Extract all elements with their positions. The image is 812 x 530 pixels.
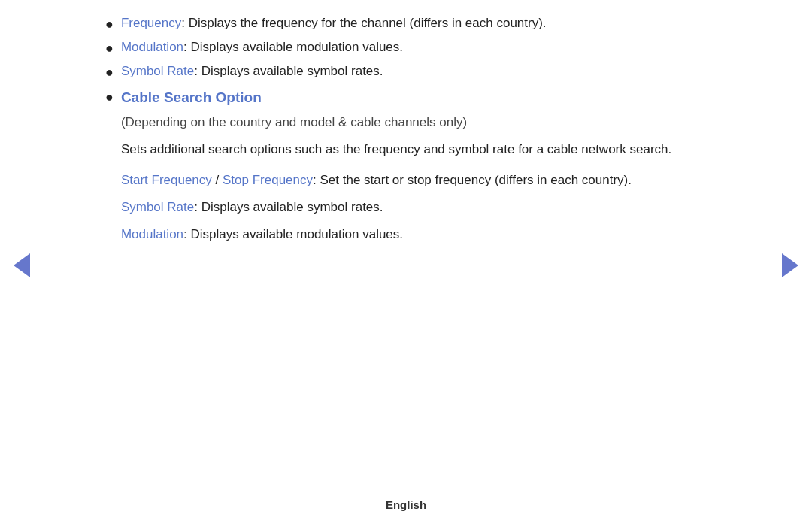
cable-section-item: ● Cable Search Option (Depending on the … (105, 86, 707, 253)
modulation-term: Modulation (121, 40, 183, 54)
cable-heading: Cable Search Option (121, 86, 671, 108)
bullet-icon: ● (105, 38, 114, 59)
cable-modulation-desc: : Displays available modulation values. (183, 227, 403, 241)
top-list: ● Frequency: Displays the frequency for … (105, 14, 707, 83)
symbol-rate-term: Symbol Rate (121, 64, 194, 78)
cable-modulation-line: Modulation: Displays available modulatio… (121, 225, 671, 244)
modulation-desc: : Displays available modulation values. (183, 40, 403, 54)
frequency-separator: / (212, 173, 223, 187)
symbol-rate-desc: : Displays available symbol rates. (194, 64, 383, 78)
frequency-term: Frequency (121, 16, 181, 30)
start-frequency-term: Start Frequency (121, 173, 212, 187)
bullet-icon: ● (105, 14, 114, 35)
cable-section-content: Cable Search Option (Depending on the co… (121, 86, 671, 253)
bullet-icon: ● (105, 62, 114, 83)
frequency-range-line: Start Frequency / Stop Frequency: Set th… (121, 171, 671, 190)
list-item-symbol-rate: ● Symbol Rate: Displays available symbol… (105, 62, 707, 83)
frequency-text: Frequency: Displays the frequency for th… (121, 14, 547, 33)
frequency-desc: : Displays the frequency for the channel… (181, 16, 546, 30)
main-content: ● Frequency: Displays the frequency for … (38, 0, 774, 302)
symbol-rate-text: Symbol Rate: Displays available symbol r… (121, 62, 383, 81)
cable-section-list: ● Cable Search Option (Depending on the … (105, 86, 707, 253)
footer-language: English (386, 496, 426, 513)
next-page-arrow[interactable] (782, 253, 798, 277)
cable-symbol-rate-line: Symbol Rate: Displays available symbol r… (121, 198, 671, 217)
cable-symbol-rate-desc: : Displays available symbol rates. (194, 200, 383, 214)
list-item-frequency: ● Frequency: Displays the frequency for … (105, 14, 707, 35)
stop-frequency-term: Stop Frequency (223, 173, 313, 187)
cable-symbol-rate-term: Symbol Rate (121, 200, 194, 214)
prev-page-arrow[interactable] (14, 253, 30, 277)
cable-modulation-term: Modulation (121, 227, 183, 241)
cable-bullet-icon: ● (105, 87, 114, 108)
list-item-modulation: ● Modulation: Displays available modulat… (105, 38, 707, 59)
cable-description: Sets additional search options such as t… (121, 140, 671, 159)
modulation-text: Modulation: Displays available modulatio… (121, 38, 403, 57)
cable-note: (Depending on the country and model & ca… (121, 113, 671, 132)
frequency-range-desc: : Set the start or stop frequency (diffe… (313, 173, 632, 187)
